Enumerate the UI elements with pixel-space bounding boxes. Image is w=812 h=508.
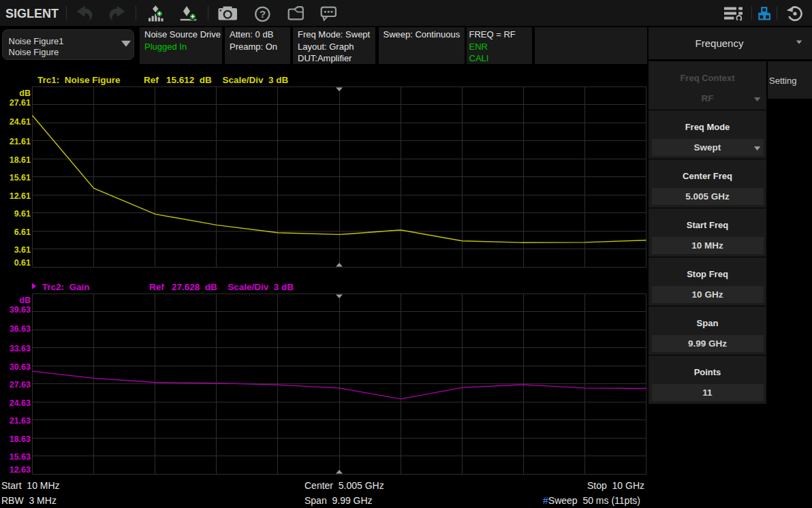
svg-text:21.61: 21.61 [10, 137, 31, 146]
svg-text:39.63: 39.63 [10, 305, 31, 315]
svg-text:24.61: 24.61 [10, 117, 31, 127]
svg-text:dB: dB [19, 89, 31, 98]
svg-text:27.61: 27.61 [10, 98, 31, 108]
svg-text:Ref 15.612 dB: Ref 15.612 dB [144, 75, 212, 85]
svg-text:dB: dB [19, 296, 31, 305]
svg-text:Scale/Div 3 dB: Scale/Div 3 dB [223, 75, 289, 85]
svg-text:18.63: 18.63 [10, 434, 31, 444]
svg-text:?: ? [260, 8, 266, 20]
svg-text:9.61: 9.61 [14, 209, 31, 219]
svg-text:3.61: 3.61 [14, 245, 31, 255]
svg-text:Trc1: Noise Figure: Trc1: Noise Figure [37, 75, 121, 85]
svg-text:15.61: 15.61 [10, 173, 31, 182]
svg-text:15.63: 15.63 [10, 452, 31, 462]
svg-text:33.63: 33.63 [10, 344, 31, 353]
svg-text:6.61: 6.61 [14, 227, 31, 237]
svg-text:21.63: 21.63 [10, 416, 31, 426]
svg-text:24.63: 24.63 [10, 398, 31, 408]
svg-text:12.61: 12.61 [10, 191, 31, 201]
svg-text:0.61: 0.61 [14, 258, 31, 268]
svg-text:30.63: 30.63 [10, 362, 31, 372]
svg-text:Scale/Div 3 dB: Scale/Div 3 dB [228, 282, 294, 292]
svg-text:18.61: 18.61 [10, 155, 31, 165]
svg-text:Ref 27.628 dB: Ref 27.628 dB [149, 282, 217, 292]
svg-text:27.63: 27.63 [10, 380, 31, 390]
svg-text:36.63: 36.63 [10, 324, 31, 334]
svg-text:12.63: 12.63 [10, 465, 31, 475]
svg-text:Trc2: Gain: Trc2: Gain [42, 282, 90, 292]
